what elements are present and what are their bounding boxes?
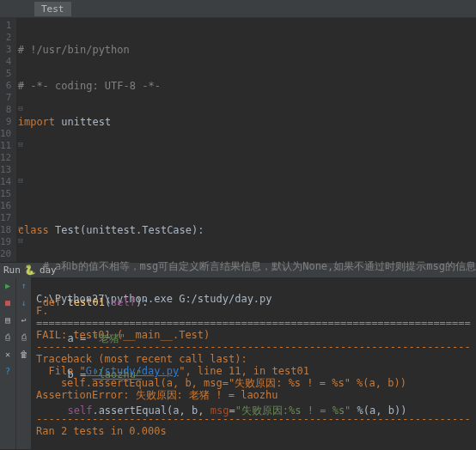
code-text: "laozhu" (92, 368, 142, 380)
code-text: a = (68, 332, 93, 344)
code-text: def (43, 296, 62, 308)
code-text: test01 (68, 296, 105, 308)
code-text: msg (211, 404, 229, 417)
code-text: self (111, 296, 136, 308)
layout-icon[interactable]: ▤ (3, 315, 13, 325)
code-text: "老猪" (92, 332, 125, 344)
code-text: self (68, 404, 93, 417)
editor-area: 12345 678910 1112131415 1617181920 ⊟ ⊟ ⊟… (0, 17, 476, 262)
close-icon[interactable]: ✕ (3, 350, 13, 360)
help-icon[interactable]: ? (3, 367, 13, 377)
rerun-icon[interactable]: ▶ (3, 281, 13, 291)
code-text: b = (68, 368, 93, 380)
code-text: unittest.TestCase (86, 224, 192, 236)
pin-icon[interactable]: ⎙ (3, 332, 13, 343)
code-text: # -*- coding: UTF-8 -*- (18, 80, 161, 92)
stop-icon[interactable]: ■ (3, 298, 13, 308)
code-text: unittest (61, 116, 111, 128)
code-text: class (18, 224, 49, 236)
code-text: b (192, 404, 198, 417)
line-gutter: 12345 678910 1112131415 1617181920 (0, 18, 16, 262)
code-text: import (18, 116, 55, 128)
code-text: %(a, b)) (357, 404, 407, 417)
code-editor[interactable]: # !/usr/bin/python # -*- coding: UTF-8 -… (18, 18, 476, 262)
code-text: .assertEqual(a (92, 404, 179, 417)
tool-column-left: ▶ ■ ▤ ⎙ ✕ ? (0, 277, 15, 449)
tab-test[interactable]: Test (34, 2, 71, 16)
tab-bar: Test (0, 0, 476, 17)
code-text: # !/usr/bin/python (18, 44, 130, 56)
code-text: "失败原因:%s ! = %s" (235, 404, 351, 417)
code-text: # a和b的值不相等，msg可自定义断言结果信息，默认为None,如果不通过时则… (43, 260, 476, 272)
code-text: Test (55, 224, 80, 236)
